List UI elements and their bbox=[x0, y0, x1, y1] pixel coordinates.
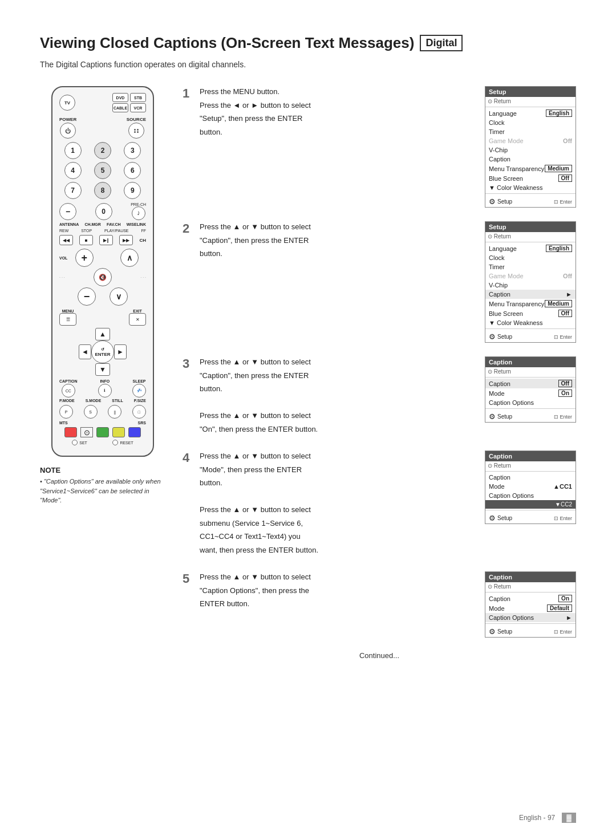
vol-label: VOL bbox=[59, 256, 67, 260]
num-8-button[interactable]: 8 bbox=[94, 182, 111, 199]
continued-text: Continued... bbox=[183, 651, 576, 660]
prech-button[interactable]: ⤸ bbox=[132, 206, 145, 220]
smode-button[interactable]: S bbox=[84, 405, 98, 419]
menu-2-colorweakness: ▼ Color Weakness bbox=[485, 318, 576, 327]
power-button[interactable]: ⏻ bbox=[60, 123, 76, 139]
footer-page: ▓ bbox=[562, 813, 576, 823]
pmode-button[interactable]: P bbox=[59, 405, 73, 419]
info-button[interactable]: ℹ bbox=[98, 384, 112, 397]
subtitle: The Digital Captions function operates o… bbox=[40, 60, 576, 69]
dvd-button[interactable]: DVD bbox=[112, 93, 128, 102]
menu-1-gamemode: Game ModeOff bbox=[485, 136, 576, 145]
sleep-button[interactable]: 💤 bbox=[132, 384, 146, 397]
exit-label: EXIT bbox=[133, 309, 142, 313]
step-1-content: Press the MENU button. Press the ◄ or ► … bbox=[200, 86, 477, 140]
dpad-left-button[interactable]: ◄ bbox=[79, 344, 91, 359]
mts-srs-row: MTS SRS bbox=[59, 421, 146, 425]
menu-1-vchip: V-Chip bbox=[485, 145, 576, 155]
page-container: Viewing Closed Captions (On-Screen Text … bbox=[0, 0, 616, 683]
mute-button[interactable]: 🔇 bbox=[94, 268, 112, 286]
menu-button[interactable]: ☰ bbox=[59, 313, 76, 326]
cable-button[interactable]: CABLE bbox=[112, 103, 128, 112]
step-5-row: 5 Press the ▲ or ▼ button to select "Cap… bbox=[183, 571, 576, 638]
mute-dots-right: · · · bbox=[140, 275, 146, 279]
reset-indicator bbox=[112, 440, 118, 445]
remote-section: TV DVD STB CABLE VCR bbox=[40, 86, 165, 660]
menu-5-caption: CaptionOn bbox=[485, 594, 576, 603]
vol-ch-row: VOL + ∧ bbox=[59, 249, 146, 267]
zero-button[interactable]: 0 bbox=[95, 203, 112, 220]
menu-5-title: Caption bbox=[485, 572, 576, 582]
caption-button[interactable]: CC bbox=[62, 384, 75, 397]
remote-body: TV DVD STB CABLE VCR bbox=[51, 86, 154, 457]
num-6-button[interactable]: 6 bbox=[124, 162, 141, 179]
set-label: SET bbox=[79, 441, 87, 445]
num-5-button[interactable]: 5 bbox=[94, 162, 111, 179]
vol-up-button[interactable]: + bbox=[75, 249, 94, 267]
ff-button[interactable]: ▶▶ bbox=[119, 235, 133, 245]
menu-5-captionopts: Caption Options► bbox=[485, 613, 576, 622]
blue-button[interactable] bbox=[128, 427, 141, 437]
menu-3-captionopts: Caption Options bbox=[485, 398, 576, 407]
num-9-button[interactable]: 9 bbox=[124, 182, 141, 199]
play-pause-button[interactable]: ▶‖ bbox=[99, 235, 113, 245]
menu-2-caption: Caption► bbox=[485, 290, 576, 299]
menu-2-box: Setup ⊙ Return LanguageEnglish Clock Tim… bbox=[485, 221, 576, 343]
record-button[interactable]: ⊙ bbox=[80, 427, 93, 437]
vcr-button[interactable]: VCR bbox=[130, 103, 146, 112]
red-button[interactable] bbox=[64, 427, 77, 437]
ch-down-button[interactable]: ∨ bbox=[110, 287, 128, 306]
menu-3-return: ⊙ Return bbox=[485, 367, 576, 376]
num-4-button[interactable]: 4 bbox=[64, 162, 82, 179]
footer-lang: English - 97 bbox=[519, 814, 555, 822]
set-reset-row: SET RESET bbox=[59, 440, 146, 445]
green-button[interactable] bbox=[96, 427, 109, 437]
menu-4-box: Caption ⊙ Return Caption Mode▲CC1 Captio… bbox=[485, 451, 576, 524]
step-4-row: 4 Press the ▲ or ▼ button to select "Mod… bbox=[183, 451, 576, 558]
stb-button[interactable]: STB bbox=[130, 93, 146, 102]
num-7-button[interactable]: 7 bbox=[64, 182, 82, 199]
rew-button[interactable]: ◀◀ bbox=[59, 235, 73, 245]
step-2-content: Press the ▲ or ▼ button to select "Capti… bbox=[200, 221, 477, 262]
step-3-text: Press the ▲ or ▼ button to select "Capti… bbox=[200, 356, 477, 435]
psize-button[interactable]: □ bbox=[132, 405, 146, 419]
step-3-number: 3 bbox=[183, 358, 194, 437]
enter-button[interactable]: ↺ ENTER bbox=[91, 340, 114, 363]
caption-label: CAPTION bbox=[59, 379, 78, 383]
num-3-button[interactable]: 3 bbox=[124, 142, 141, 159]
caption-info-sleep-row: CAPTION CC INFO ℹ SLEEP 💤 bbox=[59, 379, 146, 397]
still-button[interactable]: || bbox=[108, 405, 121, 419]
num-1-button[interactable]: 1 bbox=[64, 142, 82, 159]
yellow-button[interactable] bbox=[112, 427, 125, 437]
title-text: Viewing Closed Captions (On-Screen Text … bbox=[40, 34, 414, 52]
dpad-right-button[interactable]: ► bbox=[114, 344, 127, 359]
menu-4-captionopts: Caption Options bbox=[485, 491, 576, 500]
numpad: 1 2 3 4 5 6 7 8 9 bbox=[59, 142, 146, 199]
vol-down-button[interactable]: − bbox=[78, 287, 96, 306]
dpad-up-button[interactable]: ▲ bbox=[95, 328, 110, 340]
source-button[interactable] bbox=[128, 123, 144, 139]
minus-button[interactable]: − bbox=[59, 203, 76, 220]
menu-1-language: LanguageEnglish bbox=[485, 108, 576, 118]
bottom-label-row: P.MODE S.MODE STILL P.SIZE bbox=[59, 399, 146, 403]
source-label: SOURCE bbox=[127, 117, 146, 122]
tv-button[interactable]: TV bbox=[59, 95, 75, 111]
menu-1-title: Setup bbox=[485, 87, 576, 97]
power-label: POWER bbox=[59, 117, 76, 122]
stop-button[interactable]: ■ bbox=[79, 235, 93, 245]
step-5-text: Press the ▲ or ▼ button to select "Capti… bbox=[200, 571, 477, 610]
info-label: INFO bbox=[100, 379, 110, 383]
sleep-label: SLEEP bbox=[133, 379, 146, 383]
note-section: NOTE • "Caption Options" are available o… bbox=[40, 466, 165, 505]
exit-button[interactable]: ✕ bbox=[129, 313, 146, 326]
ch-up-button[interactable]: ∧ bbox=[120, 249, 139, 267]
step-3-row: 3 Press the ▲ or ▼ button to select "Cap… bbox=[183, 356, 576, 437]
menu-4-caption: Caption bbox=[485, 473, 576, 482]
step-5-number: 5 bbox=[183, 573, 194, 612]
menu-1-return: ⊙ Return bbox=[485, 97, 576, 105]
digital-badge: Digital bbox=[420, 35, 463, 51]
menu-5-footer: ⚙Setup ⊡ Enter bbox=[485, 625, 576, 637]
dpad-down-button[interactable]: ▼ bbox=[95, 363, 110, 376]
srs-label: SRS bbox=[138, 421, 146, 425]
num-2-button[interactable]: 2 bbox=[94, 142, 111, 159]
